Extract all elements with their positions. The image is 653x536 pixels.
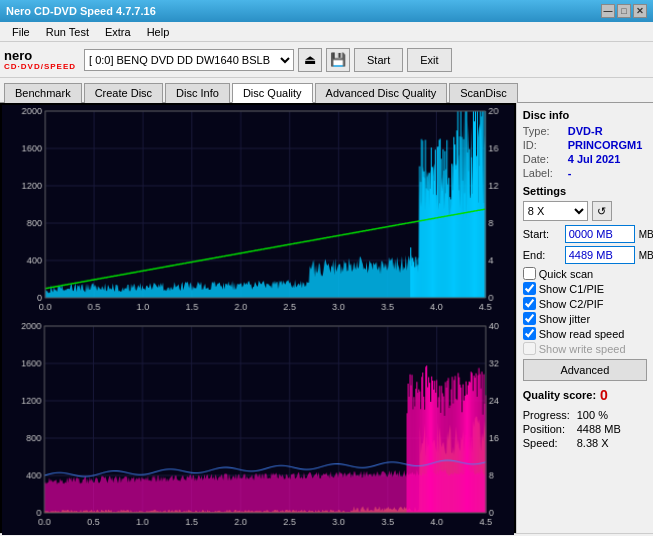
- id-value: PRINCORGM1: [568, 139, 643, 151]
- menu-extra[interactable]: Extra: [97, 24, 139, 40]
- show-write-speed-label: Show write speed: [539, 343, 626, 355]
- settings-title: Settings: [523, 185, 647, 197]
- start-row: Start: MB: [523, 225, 647, 243]
- end-input[interactable]: [565, 246, 635, 264]
- quality-score-value: 0: [600, 387, 608, 403]
- disc-type-row: Type: DVD-R: [523, 125, 647, 137]
- chart1-canvas: [2, 105, 514, 320]
- position-row: Position: 4488 MB: [523, 423, 647, 435]
- main-content: Disc info Type: DVD-R ID: PRINCORGM1 Dat…: [0, 103, 653, 533]
- show-jitter-row[interactable]: Show jitter: [523, 312, 647, 325]
- drive-select[interactable]: [ 0:0] BENQ DVD DD DW1640 BSLB: [84, 49, 294, 71]
- disc-date-row: Date: 4 Jul 2021: [523, 153, 647, 165]
- show-c2-label: Show C2/PIF: [539, 298, 604, 310]
- start-unit: MB: [639, 229, 653, 240]
- show-read-speed-checkbox[interactable]: [523, 327, 536, 340]
- end-label: End:: [523, 249, 561, 261]
- quick-scan-checkbox[interactable]: [523, 267, 536, 280]
- show-read-speed-label: Show read speed: [539, 328, 625, 340]
- close-button[interactable]: ✕: [633, 4, 647, 18]
- quick-scan-row[interactable]: Quick scan: [523, 267, 647, 280]
- progress-value: 100 %: [577, 409, 608, 421]
- progress-label: Progress:: [523, 409, 573, 421]
- chart2-canvas: [2, 320, 514, 535]
- show-write-speed-row: Show write speed: [523, 342, 647, 355]
- quick-scan-label: Quick scan: [539, 268, 593, 280]
- disc-label-row: Label: -: [523, 167, 647, 179]
- app-title: Nero CD-DVD Speed 4.7.7.16: [6, 5, 601, 17]
- tab-create-disc[interactable]: Create Disc: [84, 83, 163, 103]
- start-label: Start:: [523, 228, 561, 240]
- show-jitter-label: Show jitter: [539, 313, 590, 325]
- title-bar: Nero CD-DVD Speed 4.7.7.16 — □ ✕: [0, 0, 653, 22]
- quality-score-row: Quality score: 0: [523, 387, 647, 403]
- disc-info-title: Disc info: [523, 109, 647, 121]
- advanced-button[interactable]: Advanced: [523, 359, 647, 381]
- quality-score-label: Quality score:: [523, 389, 596, 401]
- label-label: Label:: [523, 167, 568, 179]
- eject-button[interactable]: ⏏: [298, 48, 322, 72]
- show-read-speed-row[interactable]: Show read speed: [523, 327, 647, 340]
- menu-bar: File Run Test Extra Help: [0, 22, 653, 42]
- tab-disc-quality[interactable]: Disc Quality: [232, 83, 313, 103]
- tab-benchmark[interactable]: Benchmark: [4, 83, 82, 103]
- show-c2-checkbox[interactable]: [523, 297, 536, 310]
- tab-disc-info[interactable]: Disc Info: [165, 83, 230, 103]
- tab-advanced-disc-quality[interactable]: Advanced Disc Quality: [315, 83, 448, 103]
- show-c2-row[interactable]: Show C2/PIF: [523, 297, 647, 310]
- position-value: 4488 MB: [577, 423, 621, 435]
- type-label: Type:: [523, 125, 568, 137]
- speed-label: Speed:: [523, 437, 573, 449]
- tabs: Benchmark Create Disc Disc Info Disc Qua…: [0, 78, 653, 103]
- show-c1-checkbox[interactable]: [523, 282, 536, 295]
- label-value: -: [568, 167, 572, 179]
- tab-scandisc[interactable]: ScanDisc: [449, 83, 517, 103]
- show-write-speed-checkbox: [523, 342, 536, 355]
- date-value: 4 Jul 2021: [568, 153, 621, 165]
- speed-select[interactable]: 8 X 1 X 2 X 4 X 16 X Maximum: [523, 201, 588, 221]
- end-row: End: MB: [523, 246, 647, 264]
- menu-run-test[interactable]: Run Test: [38, 24, 97, 40]
- refresh-button[interactable]: ↺: [592, 201, 612, 221]
- speed-row-progress: Speed: 8.38 X: [523, 437, 647, 449]
- end-unit: MB: [639, 250, 653, 261]
- id-label: ID:: [523, 139, 568, 151]
- toolbar: nero CD·DVD/SPEED [ 0:0] BENQ DVD DD DW1…: [0, 42, 653, 78]
- speed-row: 8 X 1 X 2 X 4 X 16 X Maximum ↺: [523, 201, 647, 221]
- minimize-button[interactable]: —: [601, 4, 615, 18]
- show-c1-label: Show C1/PIE: [539, 283, 604, 295]
- date-label: Date:: [523, 153, 568, 165]
- disc-id-row: ID: PRINCORGM1: [523, 139, 647, 151]
- progress-section: Progress: 100 % Position: 4488 MB Speed:…: [523, 409, 647, 449]
- show-c1-row[interactable]: Show C1/PIE: [523, 282, 647, 295]
- progress-row: Progress: 100 %: [523, 409, 647, 421]
- menu-help[interactable]: Help: [139, 24, 178, 40]
- show-jitter-checkbox[interactable]: [523, 312, 536, 325]
- exit-button[interactable]: Exit: [407, 48, 451, 72]
- maximize-button[interactable]: □: [617, 4, 631, 18]
- start-button[interactable]: Start: [354, 48, 403, 72]
- position-label: Position:: [523, 423, 573, 435]
- menu-file[interactable]: File: [4, 24, 38, 40]
- right-panel: Disc info Type: DVD-R ID: PRINCORGM1 Dat…: [516, 103, 653, 533]
- start-input[interactable]: [565, 225, 635, 243]
- type-value: DVD-R: [568, 125, 603, 137]
- charts-area: [0, 103, 516, 533]
- speed-value: 8.38 X: [577, 437, 609, 449]
- save-button[interactable]: 💾: [326, 48, 350, 72]
- nero-logo: nero CD·DVD/SPEED: [4, 49, 76, 71]
